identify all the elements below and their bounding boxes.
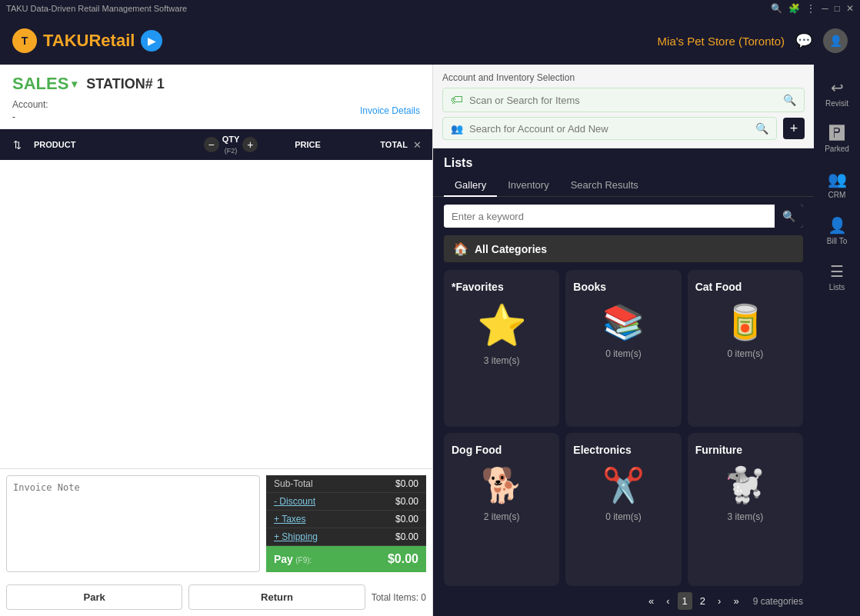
category-count: 3 item(s) [695,511,795,522]
all-categories-header: 🏠 All Categories [444,235,803,262]
logo-icon: T [12,28,37,53]
lists-tabs: Gallery Inventory Search Results [433,170,814,197]
invoice-details-btn[interactable]: Invoice Details [360,105,420,116]
pay-row[interactable]: Pay (F9): $0.00 [266,546,426,572]
totals-panel: Sub-Total $0.00 - Discount $0.00 + Taxes… [266,475,426,572]
remove-all-icon[interactable]: ✕ [408,139,426,151]
item-search-bar[interactable]: 🏷 🔍 [442,88,805,112]
park-btn[interactable]: Park [6,584,182,610]
logo-area: T TAKURetail ▶ [12,28,162,53]
tab-gallery[interactable]: Gallery [444,175,497,197]
category-name: Cat Food [695,281,742,293]
invoice-note-input[interactable] [6,475,260,572]
minimize-btn[interactable]: ─ [822,3,828,14]
extension-icon[interactable]: 🧩 [788,3,800,14]
sales-dropdown-arrow[interactable]: ▾ [72,78,77,90]
taxes-row[interactable]: + Taxes $0.00 [266,511,426,528]
discount-value: $0.00 [395,496,418,507]
first-page-btn[interactable]: « [644,592,658,610]
keyword-input[interactable] [444,205,775,228]
search-icon[interactable]: 🔍 [771,3,782,14]
category-card-dog-food[interactable]: Dog Food 🐕 2 item(s) [444,433,559,586]
sort-icon[interactable]: ⇅ [6,139,28,151]
logo-text: TAKURetail [43,31,135,51]
category-name: Dog Food [452,444,502,456]
sidebar-item-crm[interactable]: 👥 CRM [814,164,860,205]
shipping-row[interactable]: + Shipping $0.00 [266,528,426,546]
crm-label: CRM [828,191,846,199]
category-name: *Favorites [452,281,504,293]
lists-icon: ☰ [830,262,844,281]
add-account-btn[interactable]: + [783,118,805,139]
parked-icon: 🅿 [829,125,845,142]
category-card-cat-food[interactable]: Cat Food 🥫 0 item(s) [688,270,803,427]
close-btn[interactable]: ✕ [846,3,854,14]
lists-header: Lists [433,148,814,170]
category-count: 0 item(s) [573,348,673,359]
shipping-value: $0.00 [395,531,418,542]
all-categories-label: All Categories [475,243,547,255]
category-card-furniture[interactable]: Furniture 🐩 3 item(s) [688,433,803,586]
pay-amount: $0.00 [388,552,418,566]
prev-page-btn[interactable]: ‹ [662,592,674,610]
messages-btn[interactable]: 💬 [795,32,812,49]
sidebar-item-bill-to[interactable]: 👤 Bill To [814,210,860,251]
account-search-input[interactable] [469,123,749,135]
product-column-header: PRODUCT [28,140,192,149]
category-card--favorites[interactable]: *Favorites ⭐ 3 item(s) [444,270,559,427]
page-1-btn[interactable]: 1 [678,592,692,610]
nav-icons: Mia's Pet Store (Toronto) 💬 👤 [658,28,848,53]
tab-inventory[interactable]: Inventory [497,175,559,197]
sales-title[interactable]: SALES ▾ [12,74,77,94]
taxes-link[interactable]: + Taxes [274,514,305,524]
last-page-btn[interactable]: » [728,592,743,610]
sidebar-item-parked[interactable]: 🅿 Parked [814,118,860,159]
right-sidebar: ↩ Revisit 🅿 Parked 👥 CRM 👤 Bill To ☰ Lis… [814,65,860,616]
taxes-label: + Taxes [274,514,305,524]
search-section: Account and Inventory Selection 🏷 🔍 👥 🔍 … [433,65,814,148]
account-search-magnify[interactable]: 🔍 [755,122,768,135]
category-name: Furniture [695,444,742,456]
pagination: « ‹ 1 2 › » 9 categories [433,586,814,616]
user-avatar[interactable]: 👤 [823,28,848,53]
page-2-btn[interactable]: 2 [695,592,710,610]
qty-increase-btn[interactable]: + [242,137,258,152]
window-controls[interactable]: 🔍 🧩 ⋮ ─ □ ✕ [771,3,854,14]
next-page-btn[interactable]: › [713,592,725,610]
return-btn[interactable]: Return [188,584,365,610]
keyword-search-btn[interactable]: 🔍 [775,205,803,228]
maximize-btn[interactable]: □ [835,3,840,14]
subtotal-value: $0.00 [395,478,418,489]
keyword-search-bar[interactable]: 🔍 [444,205,803,228]
category-icon: 🐕 [452,465,552,505]
category-count: 2 item(s) [452,511,552,522]
sidebar-item-revisit[interactable]: ↩ Revisit [814,72,860,114]
tab-search-results[interactable]: Search Results [560,175,649,197]
account-label: Account: [12,99,48,110]
category-count: 3 item(s) [452,355,552,366]
menu-icon[interactable]: ⋮ [806,3,815,14]
sales-header: SALES ▾ STATION# 1 Account: - Invoice De… [0,65,432,129]
title-bar: TAKU Data-Driven Retail Management Softw… [0,0,860,17]
station-label: STATION# 1 [86,76,164,92]
qty-decrease-btn[interactable]: − [204,137,219,152]
sidebar-item-lists[interactable]: ☰ Lists [814,256,860,298]
discount-link[interactable]: - Discount [274,496,315,507]
account-search-bar[interactable]: 👥 🔍 [442,117,777,140]
category-card-books[interactable]: Books 📚 0 item(s) [565,270,681,427]
category-name: Electronics [573,444,631,456]
category-card-electronics[interactable]: Electronics ✂️ 0 item(s) [565,433,681,586]
lists-label: Lists [829,283,845,291]
subtotal-row: Sub-Total $0.00 [266,475,426,493]
revisit-label: Revisit [825,99,848,108]
qty-column-header: − QTY (F2) + [192,135,269,155]
discount-row[interactable]: - Discount $0.00 [266,493,426,511]
left-panel: SALES ▾ STATION# 1 Account: - Invoice De… [0,65,433,616]
category-icon: ⭐ [452,302,552,349]
total-categories: 9 categories [753,596,803,607]
shipping-link[interactable]: + Shipping [274,531,318,542]
item-search-input[interactable] [469,95,777,106]
nav-circle-btn[interactable]: ▶ [141,30,162,52]
search-magnify-icon[interactable]: 🔍 [783,94,796,106]
total-items: Total Items: 0 [372,592,426,603]
